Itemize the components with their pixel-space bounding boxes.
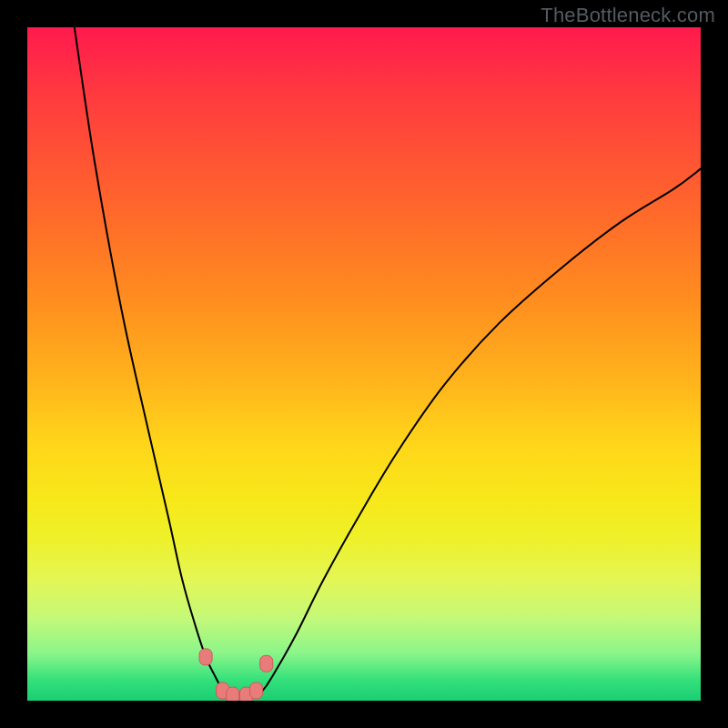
data-marker [250,682,263,699]
chart-svg [27,27,701,701]
data-marker [227,687,239,701]
plot-area [27,27,701,701]
curve-left-curve [75,27,229,697]
chart-frame: TheBottleneck.com [0,0,728,728]
curve-layer [75,27,701,697]
marker-layer [199,649,273,701]
data-marker [199,649,212,665]
watermark-text: TheBottleneck.com [541,4,715,27]
curve-right-curve [257,168,701,697]
data-marker [260,655,273,672]
